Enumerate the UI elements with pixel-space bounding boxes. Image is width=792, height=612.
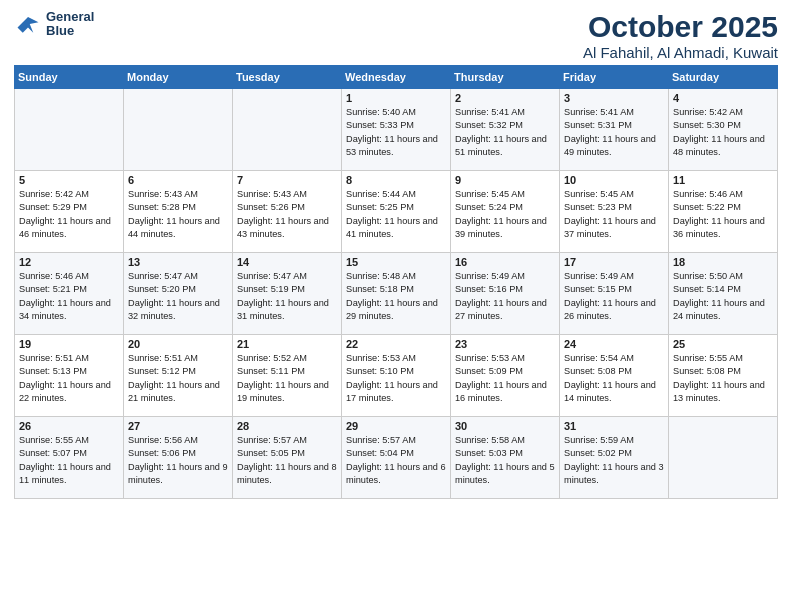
day-number: 3 <box>564 92 664 104</box>
day-header-monday: Monday <box>124 66 233 89</box>
day-info: Sunrise: 5:48 AMSunset: 5:18 PMDaylight:… <box>346 270 446 323</box>
calendar-cell: 25Sunrise: 5:55 AMSunset: 5:08 PMDayligh… <box>669 335 778 417</box>
calendar-cell: 4Sunrise: 5:42 AMSunset: 5:30 PMDaylight… <box>669 89 778 171</box>
day-number: 31 <box>564 420 664 432</box>
day-info: Sunrise: 5:58 AMSunset: 5:03 PMDaylight:… <box>455 434 555 487</box>
day-info: Sunrise: 5:52 AMSunset: 5:11 PMDaylight:… <box>237 352 337 405</box>
calendar-cell: 10Sunrise: 5:45 AMSunset: 5:23 PMDayligh… <box>560 171 669 253</box>
calendar-cell: 9Sunrise: 5:45 AMSunset: 5:24 PMDaylight… <box>451 171 560 253</box>
calendar-week-5: 26Sunrise: 5:55 AMSunset: 5:07 PMDayligh… <box>15 417 778 499</box>
day-number: 28 <box>237 420 337 432</box>
day-number: 22 <box>346 338 446 350</box>
header: General Blue October 2025 Al Fahahil, Al… <box>14 10 778 61</box>
calendar-cell: 30Sunrise: 5:58 AMSunset: 5:03 PMDayligh… <box>451 417 560 499</box>
calendar-cell: 14Sunrise: 5:47 AMSunset: 5:19 PMDayligh… <box>233 253 342 335</box>
day-info: Sunrise: 5:50 AMSunset: 5:14 PMDaylight:… <box>673 270 773 323</box>
calendar-cell: 16Sunrise: 5:49 AMSunset: 5:16 PMDayligh… <box>451 253 560 335</box>
calendar-cell: 1Sunrise: 5:40 AMSunset: 5:33 PMDaylight… <box>342 89 451 171</box>
calendar-cell: 23Sunrise: 5:53 AMSunset: 5:09 PMDayligh… <box>451 335 560 417</box>
day-info: Sunrise: 5:40 AMSunset: 5:33 PMDaylight:… <box>346 106 446 159</box>
calendar-week-1: 1Sunrise: 5:40 AMSunset: 5:33 PMDaylight… <box>15 89 778 171</box>
calendar-cell: 8Sunrise: 5:44 AMSunset: 5:25 PMDaylight… <box>342 171 451 253</box>
calendar-cell: 17Sunrise: 5:49 AMSunset: 5:15 PMDayligh… <box>560 253 669 335</box>
calendar-cell: 2Sunrise: 5:41 AMSunset: 5:32 PMDaylight… <box>451 89 560 171</box>
day-info: Sunrise: 5:55 AMSunset: 5:08 PMDaylight:… <box>673 352 773 405</box>
day-info: Sunrise: 5:51 AMSunset: 5:12 PMDaylight:… <box>128 352 228 405</box>
day-number: 16 <box>455 256 555 268</box>
calendar-cell: 12Sunrise: 5:46 AMSunset: 5:21 PMDayligh… <box>15 253 124 335</box>
day-number: 26 <box>19 420 119 432</box>
calendar-cell: 3Sunrise: 5:41 AMSunset: 5:31 PMDaylight… <box>560 89 669 171</box>
day-header-tuesday: Tuesday <box>233 66 342 89</box>
day-number: 30 <box>455 420 555 432</box>
day-number: 21 <box>237 338 337 350</box>
day-info: Sunrise: 5:41 AMSunset: 5:31 PMDaylight:… <box>564 106 664 159</box>
calendar-cell: 18Sunrise: 5:50 AMSunset: 5:14 PMDayligh… <box>669 253 778 335</box>
day-info: Sunrise: 5:56 AMSunset: 5:06 PMDaylight:… <box>128 434 228 487</box>
calendar-table: SundayMondayTuesdayWednesdayThursdayFrid… <box>14 65 778 499</box>
day-info: Sunrise: 5:47 AMSunset: 5:20 PMDaylight:… <box>128 270 228 323</box>
logo-icon <box>14 10 42 38</box>
day-header-thursday: Thursday <box>451 66 560 89</box>
day-number: 4 <box>673 92 773 104</box>
calendar-cell: 6Sunrise: 5:43 AMSunset: 5:28 PMDaylight… <box>124 171 233 253</box>
location-title: Al Fahahil, Al Ahmadi, Kuwait <box>583 44 778 61</box>
calendar-cell <box>669 417 778 499</box>
day-number: 29 <box>346 420 446 432</box>
logo: General Blue <box>14 10 94 39</box>
day-info: Sunrise: 5:57 AMSunset: 5:05 PMDaylight:… <box>237 434 337 487</box>
day-number: 14 <box>237 256 337 268</box>
day-info: Sunrise: 5:43 AMSunset: 5:28 PMDaylight:… <box>128 188 228 241</box>
day-info: Sunrise: 5:53 AMSunset: 5:10 PMDaylight:… <box>346 352 446 405</box>
day-info: Sunrise: 5:46 AMSunset: 5:21 PMDaylight:… <box>19 270 119 323</box>
calendar-cell: 13Sunrise: 5:47 AMSunset: 5:20 PMDayligh… <box>124 253 233 335</box>
day-number: 15 <box>346 256 446 268</box>
day-info: Sunrise: 5:47 AMSunset: 5:19 PMDaylight:… <box>237 270 337 323</box>
day-number: 17 <box>564 256 664 268</box>
calendar-week-4: 19Sunrise: 5:51 AMSunset: 5:13 PMDayligh… <box>15 335 778 417</box>
day-number: 5 <box>19 174 119 186</box>
day-info: Sunrise: 5:57 AMSunset: 5:04 PMDaylight:… <box>346 434 446 487</box>
calendar-header-row: SundayMondayTuesdayWednesdayThursdayFrid… <box>15 66 778 89</box>
calendar-cell: 5Sunrise: 5:42 AMSunset: 5:29 PMDaylight… <box>15 171 124 253</box>
logo-text: General Blue <box>46 10 94 39</box>
title-block: October 2025 Al Fahahil, Al Ahmadi, Kuwa… <box>583 10 778 61</box>
day-number: 1 <box>346 92 446 104</box>
day-header-saturday: Saturday <box>669 66 778 89</box>
day-number: 25 <box>673 338 773 350</box>
calendar-cell: 21Sunrise: 5:52 AMSunset: 5:11 PMDayligh… <box>233 335 342 417</box>
day-number: 11 <box>673 174 773 186</box>
day-number: 2 <box>455 92 555 104</box>
calendar-cell <box>124 89 233 171</box>
main-container: General Blue October 2025 Al Fahahil, Al… <box>0 0 792 505</box>
day-number: 18 <box>673 256 773 268</box>
calendar-cell <box>15 89 124 171</box>
day-info: Sunrise: 5:46 AMSunset: 5:22 PMDaylight:… <box>673 188 773 241</box>
day-info: Sunrise: 5:54 AMSunset: 5:08 PMDaylight:… <box>564 352 664 405</box>
calendar-cell: 20Sunrise: 5:51 AMSunset: 5:12 PMDayligh… <box>124 335 233 417</box>
day-number: 9 <box>455 174 555 186</box>
calendar-cell: 15Sunrise: 5:48 AMSunset: 5:18 PMDayligh… <box>342 253 451 335</box>
day-header-friday: Friday <box>560 66 669 89</box>
day-info: Sunrise: 5:51 AMSunset: 5:13 PMDaylight:… <box>19 352 119 405</box>
day-info: Sunrise: 5:45 AMSunset: 5:24 PMDaylight:… <box>455 188 555 241</box>
day-info: Sunrise: 5:41 AMSunset: 5:32 PMDaylight:… <box>455 106 555 159</box>
day-number: 19 <box>19 338 119 350</box>
day-info: Sunrise: 5:55 AMSunset: 5:07 PMDaylight:… <box>19 434 119 487</box>
day-info: Sunrise: 5:49 AMSunset: 5:15 PMDaylight:… <box>564 270 664 323</box>
day-number: 13 <box>128 256 228 268</box>
day-number: 27 <box>128 420 228 432</box>
day-number: 10 <box>564 174 664 186</box>
day-info: Sunrise: 5:42 AMSunset: 5:30 PMDaylight:… <box>673 106 773 159</box>
day-header-wednesday: Wednesday <box>342 66 451 89</box>
day-info: Sunrise: 5:59 AMSunset: 5:02 PMDaylight:… <box>564 434 664 487</box>
calendar-cell: 26Sunrise: 5:55 AMSunset: 5:07 PMDayligh… <box>15 417 124 499</box>
day-number: 20 <box>128 338 228 350</box>
day-number: 23 <box>455 338 555 350</box>
logo-line1: General <box>46 10 94 24</box>
day-number: 6 <box>128 174 228 186</box>
day-info: Sunrise: 5:44 AMSunset: 5:25 PMDaylight:… <box>346 188 446 241</box>
calendar-cell: 11Sunrise: 5:46 AMSunset: 5:22 PMDayligh… <box>669 171 778 253</box>
calendar-cell: 28Sunrise: 5:57 AMSunset: 5:05 PMDayligh… <box>233 417 342 499</box>
calendar-week-3: 12Sunrise: 5:46 AMSunset: 5:21 PMDayligh… <box>15 253 778 335</box>
